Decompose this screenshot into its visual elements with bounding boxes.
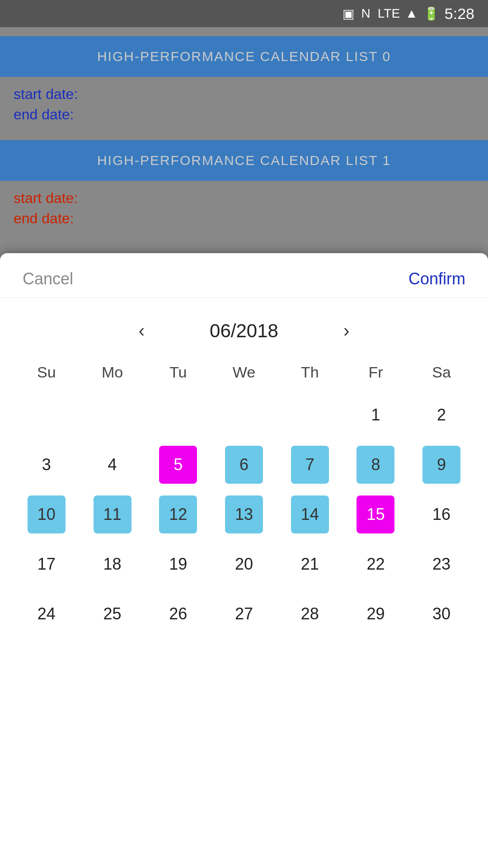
signal-icon: ▲ <box>405 6 418 21</box>
month-label: 06/2018 <box>181 320 307 342</box>
day-cell[interactable]: 17 <box>14 539 80 589</box>
calendar-list-1-header[interactable]: HIGH-PERFORMANCE CALENDAR LIST 1 <box>0 140 488 181</box>
day-header: Th <box>277 359 343 386</box>
prev-month-button[interactable]: ‹ <box>130 316 154 345</box>
n-icon: N <box>361 6 371 21</box>
day-cell[interactable]: 2 <box>408 390 474 440</box>
status-time: 5:28 <box>445 5 474 23</box>
day-cell <box>80 390 145 440</box>
day-header: We <box>211 359 277 386</box>
day-cell[interactable]: 29 <box>343 589 409 639</box>
day-cell[interactable]: 24 <box>14 589 80 639</box>
day-cell[interactable]: 16 <box>408 490 474 539</box>
battery-icon: 🔋 <box>423 6 439 21</box>
day-cell[interactable]: 12 <box>145 490 211 539</box>
day-cell <box>145 390 211 440</box>
cancel-button[interactable]: Cancel <box>23 269 73 288</box>
day-cell <box>14 390 80 440</box>
day-cell[interactable]: 28 <box>277 589 343 639</box>
day-cell[interactable]: 21 <box>277 539 343 589</box>
day-header: Fr <box>343 359 409 386</box>
day-cell[interactable]: 18 <box>80 539 145 589</box>
day-cell[interactable]: 6 <box>211 440 277 490</box>
day-header: Tu <box>145 359 211 386</box>
list0-end-label: end date: <box>14 106 474 123</box>
day-cell[interactable]: 11 <box>80 490 145 539</box>
day-cell[interactable]: 27 <box>211 589 277 639</box>
day-cell[interactable]: 8 <box>343 440 409 490</box>
modal-header: Cancel Confirm <box>0 253 488 298</box>
sim-icon: ▣ <box>343 6 354 21</box>
confirm-button[interactable]: Confirm <box>408 269 465 288</box>
day-cell[interactable]: 30 <box>408 589 474 639</box>
day-cell[interactable]: 4 <box>80 440 145 490</box>
day-cell[interactable]: 15 <box>343 490 409 539</box>
list0-start-label: start date: <box>14 86 474 103</box>
day-header: Su <box>14 359 80 386</box>
month-navigation: ‹ 06/2018 › <box>0 298 488 354</box>
day-cell[interactable]: 10 <box>14 490 80 539</box>
day-cell[interactable]: 19 <box>145 539 211 589</box>
day-cell[interactable]: 25 <box>80 589 145 639</box>
day-cell[interactable]: 1 <box>343 390 409 440</box>
calendar-list-0-title: HIGH-PERFORMANCE CALENDAR LIST 0 <box>97 49 391 64</box>
day-cell[interactable]: 14 <box>277 490 343 539</box>
day-headers: SuMoTuWeThFrSa <box>14 359 474 386</box>
date-picker-modal: Cancel Confirm ‹ 06/2018 › SuMoTuWeThFrS… <box>0 253 488 868</box>
day-cell[interactable]: 5 <box>145 440 211 490</box>
calendar-list-1-dates: start date: end date: <box>0 181 488 244</box>
day-cell <box>211 390 277 440</box>
lte-icon: LTE <box>378 6 400 21</box>
calendar-list-0-dates: start date: end date: <box>0 77 488 140</box>
status-icons: LTE ▲ 🔋 5:28 <box>378 5 474 23</box>
calendar-list-0-header[interactable]: HIGH-PERFORMANCE CALENDAR LIST 0 <box>0 36 488 77</box>
day-cell[interactable]: 9 <box>408 440 474 490</box>
status-bar: ▣ N LTE ▲ 🔋 5:28 <box>0 0 488 27</box>
day-header: Mo <box>80 359 145 386</box>
calendar-list-0: HIGH-PERFORMANCE CALENDAR LIST 0 start d… <box>0 36 488 140</box>
day-header: Sa <box>408 359 474 386</box>
day-cell[interactable]: 13 <box>211 490 277 539</box>
calendar-days: 1234567891011121314151617181920212223242… <box>14 390 474 639</box>
calendar-list-1: HIGH-PERFORMANCE CALENDAR LIST 1 start d… <box>0 140 488 244</box>
list1-end-label: end date: <box>14 210 474 227</box>
day-cell[interactable]: 22 <box>343 539 409 589</box>
list1-start-label: start date: <box>14 190 474 207</box>
calendar-grid: SuMoTuWeThFrSa 1234567891011121314151617… <box>0 354 488 652</box>
background-content: HIGH-PERFORMANCE CALENDAR LIST 0 start d… <box>0 27 488 244</box>
day-cell[interactable]: 23 <box>408 539 474 589</box>
next-month-button[interactable]: › <box>334 316 358 345</box>
day-cell[interactable]: 3 <box>14 440 80 490</box>
day-cell[interactable]: 7 <box>277 440 343 490</box>
day-cell <box>277 390 343 440</box>
day-cell[interactable]: 26 <box>145 589 211 639</box>
day-cell[interactable]: 20 <box>211 539 277 589</box>
calendar-list-1-title: HIGH-PERFORMANCE CALENDAR LIST 1 <box>97 153 391 168</box>
